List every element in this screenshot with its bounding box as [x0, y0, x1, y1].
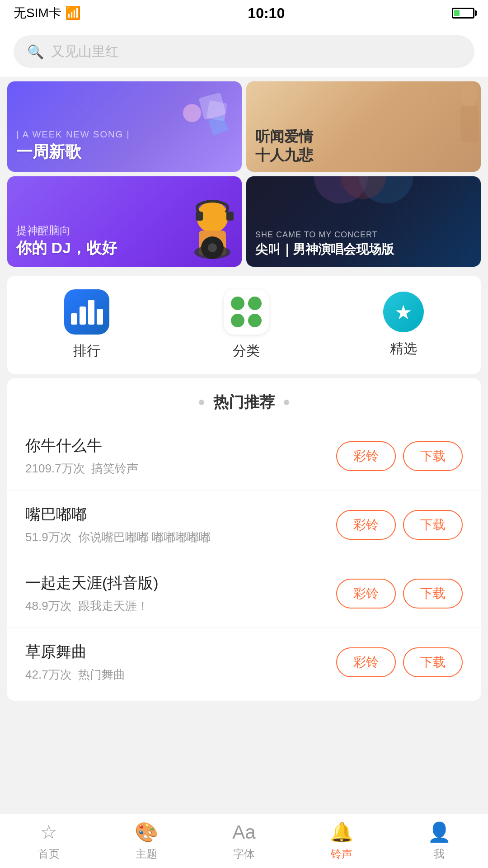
song-meta-4: 42.7万次 热门舞曲 [25, 667, 336, 683]
category-label: 分类 [233, 342, 260, 360]
nav-item-ringtone[interactable]: 🔔 铃声 [293, 821, 390, 861]
banner-4-text: SHE CAME TO MY CONCERT 尖叫｜男神演唱会现场版 [246, 221, 481, 267]
battery-icon [452, 8, 474, 19]
banner-3-subtitle: 提神醒脑向 [16, 223, 233, 238]
download-btn-3[interactable]: 下载 [403, 579, 463, 609]
download-btn-4[interactable]: 下载 [403, 647, 463, 677]
song-meta-2: 51.9万次 你说嘴巴嘟嘟 嘟嘟嘟嘟嘟 [25, 529, 336, 545]
me-person-icon: 👤 [427, 821, 451, 843]
time-display: 10:10 [248, 5, 285, 22]
banner-weekly-new[interactable]: | A WEEK NEW SONG | 一周新歌 [7, 81, 242, 172]
download-btn-1[interactable]: 下载 [403, 441, 463, 471]
hot-title: 热门推荐 [213, 392, 275, 413]
category-icon-bg [224, 289, 269, 335]
song-name-3: 一起走天涯(抖音版) [25, 573, 336, 594]
nav-label-ringtone: 铃声 [331, 847, 352, 861]
song-meta-1: 2109.7万次 搞笑铃声 [25, 461, 336, 476]
search-icon: 🔍 [27, 44, 44, 60]
song-name-1: 你牛什么牛 [25, 435, 336, 456]
category-dots-icon [229, 294, 264, 330]
bottom-nav: ☆ 首页 🎨 主题 Aa 字体 🔔 铃声 👤 我 [0, 814, 488, 868]
nav-item-home[interactable]: ☆ 首页 [0, 821, 98, 861]
nav-item-theme[interactable]: 🎨 主题 [98, 821, 195, 861]
banner-love[interactable]: 听闻爱情 十人九悲 [246, 81, 481, 172]
song-name-2: 嘴巴嘟嘟 [25, 504, 336, 525]
banner-1-title: 一周新歌 [16, 142, 233, 163]
song-info-3: 一起走天涯(抖音版) 48.9万次 跟我走天涯！ [25, 573, 336, 614]
theme-palette-icon: 🎨 [135, 821, 158, 843]
song-actions-2: 彩铃 下载 [336, 510, 463, 540]
song-meta-3: 48.9万次 跟我走天涯！ [25, 598, 336, 614]
curated-star-icon: ★ [383, 292, 424, 332]
svg-point-4 [460, 84, 479, 106]
hot-dot-right [284, 400, 289, 405]
banner-dj[interactable]: 提神醒脑向 你的 DJ，收好 [7, 176, 242, 267]
search-bar[interactable]: 🔍 又见山里红 [14, 35, 474, 68]
banner-4-title: 尖叫｜男神演唱会现场版 [255, 241, 472, 258]
battery-fill [454, 10, 460, 16]
banner-2-subtitle: 十人九悲 [255, 146, 472, 165]
category-row: 排行 分类 ★ 精选 [7, 289, 481, 360]
song-info-2: 嘴巴嘟嘟 51.9万次 你说嘴巴嘟嘟 嘟嘟嘟嘟嘟 [25, 504, 336, 545]
song-info-4: 草原舞曲 42.7万次 热门舞曲 [25, 642, 336, 683]
carrier-text: 无SIM卡 📶 [14, 5, 81, 22]
song-name-4: 草原舞曲 [25, 642, 336, 662]
banner-1-tag: | A WEEK NEW SONG | [16, 129, 233, 140]
ringtone-bell-icon: 🔔 [330, 821, 353, 843]
category-item-ranking[interactable]: 排行 [64, 289, 109, 360]
song-actions-4: 彩铃 下载 [336, 647, 463, 677]
hot-section: 热门推荐 你牛什么牛 2109.7万次 搞笑铃声 彩铃 下载 嘴巴嘟嘟 51.9… [7, 378, 481, 701]
ranking-bars-icon [71, 300, 103, 325]
ranking-label: 排行 [73, 342, 100, 360]
banner-concert[interactable]: SHE CAME TO MY CONCERT 尖叫｜男神演唱会现场版 [246, 176, 481, 267]
song-item-2: 嘴巴嘟嘟 51.9万次 你说嘴巴嘟嘟 嘟嘟嘟嘟嘟 彩铃 下载 [7, 491, 481, 559]
banner-2-title: 听闻爱情 [255, 127, 472, 146]
ringtone-btn-2[interactable]: 彩铃 [336, 510, 396, 540]
nav-label-theme: 主题 [136, 847, 157, 861]
category-section: 排行 分类 ★ 精选 [7, 276, 481, 374]
nav-item-font[interactable]: Aa 字体 [195, 821, 293, 861]
wifi-icon: 📶 [65, 6, 81, 20]
download-btn-2[interactable]: 下载 [403, 510, 463, 540]
song-actions-1: 彩铃 下载 [336, 441, 463, 471]
banner-3-text: 提神醒脑向 你的 DJ，收好 [7, 212, 242, 267]
search-container: 🔍 又见山里红 [0, 26, 488, 77]
nav-label-me: 我 [434, 847, 445, 861]
ringtone-btn-1[interactable]: 彩铃 [336, 441, 396, 471]
ringtone-btn-3[interactable]: 彩铃 [336, 579, 396, 609]
hot-header: 热门推荐 [7, 392, 481, 413]
banner-1-text: | A WEEK NEW SONG | 一周新歌 [7, 120, 242, 172]
svg-point-2 [183, 104, 201, 122]
ranking-icon-bg [64, 289, 109, 335]
ringtone-btn-4[interactable]: 彩铃 [336, 647, 396, 677]
song-item-4: 草原舞曲 42.7万次 热门舞曲 彩铃 下载 [7, 628, 481, 696]
nav-label-home: 首页 [38, 847, 60, 861]
song-actions-3: 彩铃 下载 [336, 579, 463, 609]
curated-label: 精选 [390, 340, 417, 358]
song-item-3: 一起走天涯(抖音版) 48.9万次 跟我走天涯！ 彩铃 下载 [7, 559, 481, 628]
status-bar: 无SIM卡 📶 10:10 [0, 0, 488, 26]
battery-indicator [452, 8, 474, 19]
song-info-1: 你牛什么牛 2109.7万次 搞笑铃声 [25, 435, 336, 476]
nav-label-font: 字体 [233, 847, 255, 861]
banner-grid: | A WEEK NEW SONG | 一周新歌 听闻爱情 十人九悲 [0, 77, 488, 271]
home-star-icon: ☆ [40, 821, 57, 843]
banner-2-text: 听闻爱情 十人九悲 [246, 118, 481, 172]
search-placeholder-text: 又见山里红 [51, 42, 119, 61]
font-icon: Aa [232, 821, 255, 843]
song-item-1: 你牛什么牛 2109.7万次 搞笑铃声 彩铃 下载 [7, 422, 481, 491]
category-item-curated[interactable]: ★ 精选 [383, 292, 424, 358]
banner-3-title: 你的 DJ，收好 [16, 238, 233, 258]
page-bottom-padding [0, 705, 488, 769]
category-item-category[interactable]: 分类 [224, 289, 269, 360]
banner-4-tag: SHE CAME TO MY CONCERT [255, 230, 472, 240]
nav-item-me[interactable]: 👤 我 [390, 821, 488, 861]
hot-dot-left [199, 400, 204, 405]
